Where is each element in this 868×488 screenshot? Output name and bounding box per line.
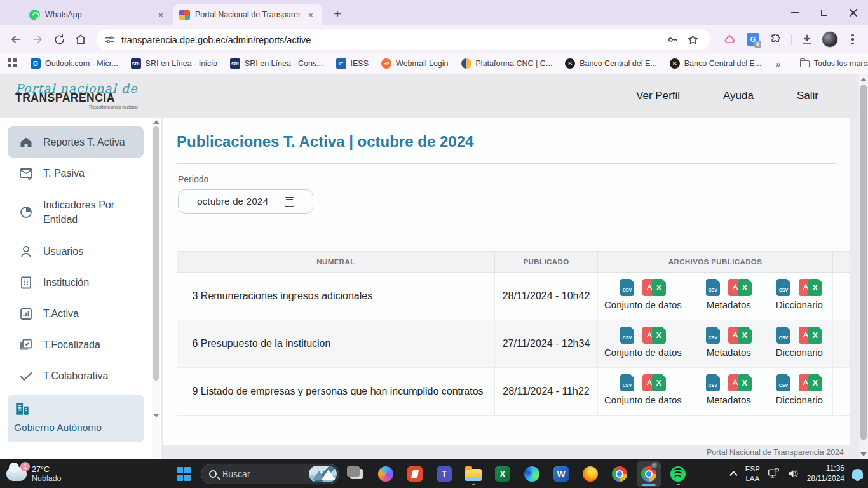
scrollbar-thumb[interactable] bbox=[860, 85, 867, 440]
nav-salir[interactable]: Salir bbox=[797, 90, 818, 102]
downloads-button[interactable] bbox=[797, 29, 817, 50]
nitro-pdf-button[interactable] bbox=[403, 461, 427, 487]
file-group-label[interactable]: Diccionario bbox=[776, 347, 823, 358]
close-window-button[interactable] bbox=[839, 0, 868, 25]
close-tab-icon[interactable]: × bbox=[156, 10, 166, 20]
bookmark-webmail[interactable]: cP Webmail Login bbox=[375, 58, 454, 69]
reload-button[interactable] bbox=[48, 29, 70, 50]
close-tab-icon[interactable]: × bbox=[306, 10, 316, 20]
network-icon[interactable] bbox=[768, 468, 780, 479]
bookmark-bce-1[interactable]: S Banco Central del E... bbox=[559, 58, 663, 69]
csv-file-icon[interactable]: CSV bbox=[706, 374, 720, 391]
file-group-label[interactable]: Conjunto de datos bbox=[604, 347, 682, 358]
sidebar-item-t-pasiva[interactable]: T. Pasiva bbox=[8, 158, 144, 189]
word-button[interactable]: W bbox=[549, 461, 573, 487]
bookmarks-overflow-button[interactable]: » bbox=[768, 58, 788, 69]
sidebar-section-gobierno[interactable]: Gobierno Autónomo bbox=[8, 395, 144, 442]
csv-file-icon[interactable]: CSV bbox=[620, 279, 634, 296]
sidebar-item-t-colaborativa[interactable]: T.Colaborativa bbox=[8, 360, 144, 391]
tab-portal[interactable]: Portal Nacional de Transparenci × bbox=[173, 4, 322, 25]
csv-file-icon[interactable]: CSV bbox=[706, 327, 720, 344]
sidebar-item-reportes-t-activa[interactable]: Reportes T. Activa bbox=[8, 126, 144, 158]
bookmark-sri-inicio[interactable]: SRI SRI en Línea - Inicio bbox=[125, 58, 224, 69]
csv-file-icon[interactable]: CSV bbox=[776, 327, 790, 344]
excel-file-icon[interactable]: X bbox=[738, 279, 752, 296]
period-date-input[interactable]: octubre de 2024 bbox=[178, 189, 313, 214]
excel-file-icon[interactable]: X bbox=[652, 374, 666, 391]
excel-file-icon[interactable]: X bbox=[738, 327, 752, 344]
translate-extension-button[interactable]: G文 bbox=[743, 29, 763, 50]
browser-menu-button[interactable] bbox=[843, 34, 863, 45]
new-tab-button[interactable]: + bbox=[329, 6, 346, 22]
sidebar-scrollbar[interactable] bbox=[152, 118, 160, 459]
excel-file-icon[interactable]: X bbox=[652, 327, 666, 344]
excel-button[interactable]: X bbox=[491, 461, 515, 487]
extensions-button[interactable] bbox=[766, 29, 786, 50]
calendar-icon[interactable] bbox=[285, 197, 294, 207]
file-group-label[interactable]: Diccionario bbox=[776, 299, 823, 310]
profile-button[interactable] bbox=[820, 29, 840, 50]
excel-file-icon[interactable]: X bbox=[808, 279, 822, 296]
start-button[interactable] bbox=[172, 461, 196, 487]
firefox-button[interactable] bbox=[578, 461, 602, 487]
file-group-label[interactable]: Conjunto de datos bbox=[604, 299, 682, 310]
scroll-up-icon[interactable] bbox=[153, 120, 159, 124]
csv-file-icon[interactable]: CSV bbox=[620, 327, 634, 344]
copilot-button[interactable] bbox=[374, 461, 398, 487]
bookmark-cnc[interactable]: Plataforma CNC | C... bbox=[455, 58, 559, 69]
forward-button[interactable] bbox=[27, 29, 48, 50]
excel-file-icon[interactable]: X bbox=[808, 374, 822, 391]
csv-file-icon[interactable]: CSV bbox=[706, 279, 720, 296]
scroll-down-icon[interactable] bbox=[860, 452, 867, 456]
csv-file-icon[interactable]: CSV bbox=[776, 279, 790, 296]
file-group-label[interactable]: Metadatos bbox=[707, 299, 751, 310]
url-text[interactable]: transparencia.dpe.gob.ec/admin/reports/a… bbox=[121, 35, 662, 45]
excel-file-icon[interactable]: X bbox=[738, 374, 752, 391]
file-group-label[interactable]: Metadatos bbox=[707, 395, 751, 405]
clock[interactable]: 11:36 28/11/2024 bbox=[807, 464, 844, 484]
nav-ver-perfil[interactable]: Ver Perfil bbox=[636, 90, 680, 102]
minimize-button[interactable] bbox=[780, 0, 810, 25]
task-view-button[interactable] bbox=[344, 461, 369, 487]
teams-button[interactable]: T bbox=[432, 461, 456, 487]
bookmark-iess[interactable]: IE IESS bbox=[330, 58, 376, 69]
volume-icon[interactable] bbox=[787, 468, 799, 479]
bookmark-outlook[interactable]: O Outlook.com - Micr... bbox=[24, 58, 125, 69]
excel-file-icon[interactable]: X bbox=[808, 327, 822, 344]
csv-file-icon[interactable]: CSV bbox=[776, 374, 790, 391]
chrome-active-button[interactable] bbox=[637, 461, 661, 487]
sidebar-item-t-focalizada[interactable]: T.Focalizada bbox=[8, 329, 144, 360]
edge-button[interactable] bbox=[520, 461, 544, 487]
sidebar-item-indicadores[interactable]: Indicadores Por Entidad bbox=[8, 189, 144, 236]
tray-expand-icon[interactable] bbox=[729, 471, 738, 479]
scroll-down-icon[interactable] bbox=[153, 414, 159, 417]
excel-file-icon[interactable]: X bbox=[652, 279, 666, 296]
taskbar-search[interactable]: Buscar bbox=[201, 464, 339, 484]
address-bar[interactable]: transparencia.dpe.gob.ec/admin/reports/a… bbox=[97, 29, 710, 50]
back-button[interactable] bbox=[5, 29, 27, 50]
restore-button[interactable] bbox=[810, 0, 839, 25]
sidebar-item-t-activa[interactable]: T.Activa bbox=[8, 298, 144, 329]
bookmark-bce-2[interactable]: S Banco Central del E... bbox=[663, 58, 768, 69]
tab-whatsapp[interactable]: WhatsApp × bbox=[23, 4, 172, 25]
page-scrollbar[interactable] bbox=[859, 74, 868, 459]
site-settings-icon[interactable] bbox=[104, 34, 115, 45]
weather-widget[interactable]: 1 27°C Nublado bbox=[6, 459, 62, 488]
sidebar-item-usuarios[interactable]: Usuarios bbox=[8, 236, 144, 267]
notifications-bell-icon[interactable] bbox=[852, 469, 863, 479]
spotify-button[interactable] bbox=[666, 461, 690, 487]
scrollbar-thumb[interactable] bbox=[153, 126, 159, 381]
apps-grid-icon[interactable] bbox=[8, 58, 17, 69]
csv-file-icon[interactable]: CSV bbox=[620, 374, 634, 391]
home-button[interactable] bbox=[70, 29, 92, 50]
password-key-button[interactable] bbox=[662, 30, 682, 50]
bookmark-star-button[interactable] bbox=[682, 30, 703, 50]
sidebar-item-institucion[interactable]: Institución bbox=[8, 267, 144, 298]
language-indicator[interactable]: ESP LAA bbox=[745, 464, 760, 483]
file-explorer-button[interactable] bbox=[461, 461, 485, 487]
weather-extension-button[interactable] bbox=[720, 29, 740, 50]
all-bookmarks-button[interactable]: Todos los marcadores bbox=[794, 59, 868, 68]
file-group-label[interactable]: Conjunto de datos bbox=[604, 395, 682, 405]
scroll-up-icon[interactable] bbox=[860, 78, 867, 81]
bookmark-sri-consultas[interactable]: SRI SRI en Línea - Cons... bbox=[224, 58, 330, 69]
